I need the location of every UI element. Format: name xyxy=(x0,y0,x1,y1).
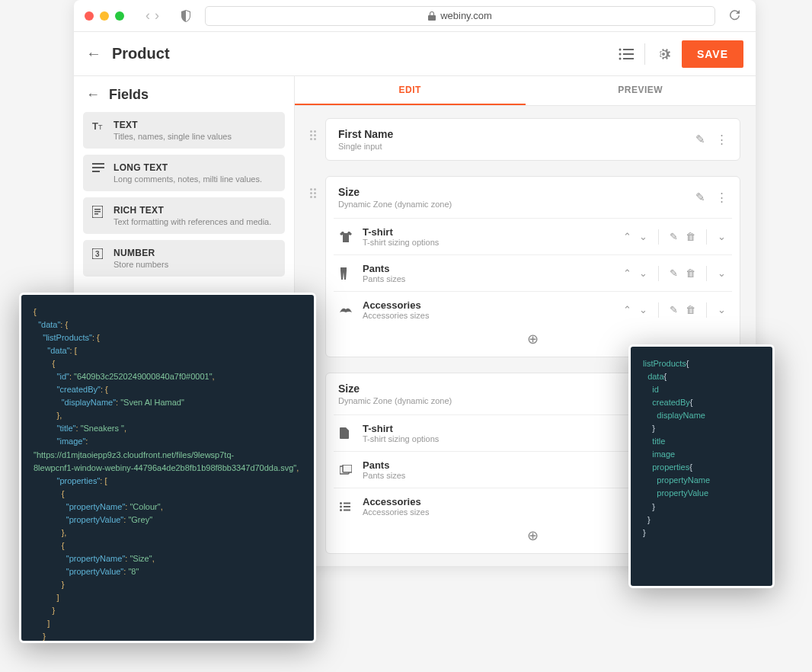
field-type-name: TEXT xyxy=(113,120,232,130)
sidebar-title: Fields xyxy=(109,87,149,103)
field-type-name: RICH TEXT xyxy=(113,205,271,216)
field-card: First Name Single input ✎ ⋮ xyxy=(325,118,740,161)
svg-point-4 xyxy=(619,57,621,59)
zone-item-pants: Pants Pants sizes ⌃ ⌄ ✎ 🗑 xyxy=(334,254,732,291)
text-type-icon: TT xyxy=(92,120,106,131)
gear-icon[interactable] xyxy=(656,46,671,62)
url-text: webiny.com xyxy=(440,10,492,21)
svg-point-21 xyxy=(340,505,342,507)
window-controls xyxy=(85,11,124,21)
more-icon[interactable]: ⋮ xyxy=(716,190,727,204)
add-item-icon[interactable]: ⊕ xyxy=(527,331,539,347)
drag-handle-icon[interactable] xyxy=(310,188,316,198)
header-actions: SAVE xyxy=(619,40,743,68)
long-text-icon xyxy=(92,163,106,172)
tab-edit[interactable]: EDIT xyxy=(295,76,526,105)
field-title: Size xyxy=(338,382,452,395)
reload-icon[interactable] xyxy=(729,10,740,21)
edit-icon[interactable]: ✎ xyxy=(670,231,678,242)
zone-item-sub: Accessories sizes xyxy=(363,311,623,320)
back-button[interactable]: ← xyxy=(86,45,101,62)
tab-preview[interactable]: PREVIEW xyxy=(526,76,756,105)
field-type-text[interactable]: TT TEXT Titles, names, single line value… xyxy=(83,112,285,149)
tshirt-icon xyxy=(340,232,358,242)
url-bar[interactable]: webiny.com xyxy=(205,6,715,26)
svg-rect-18 xyxy=(343,465,352,472)
zone-item-title: T-shirt xyxy=(363,226,623,238)
delete-icon[interactable]: 🗑 xyxy=(686,267,695,279)
divider xyxy=(644,43,645,65)
field-type-name: LONG TEXT xyxy=(113,162,262,173)
nav-back-icon[interactable]: ‹ xyxy=(145,8,150,24)
field-title: Size xyxy=(338,186,452,198)
drag-handle-icon[interactable] xyxy=(310,130,316,140)
expand-icon[interactable]: ⌄ xyxy=(718,304,726,315)
nav-forward-icon[interactable]: › xyxy=(155,8,159,24)
svg-point-2 xyxy=(619,53,621,55)
number-icon: 3 xyxy=(92,248,106,259)
field-type-desc: Titles, names, single line values xyxy=(113,132,232,141)
svg-rect-22 xyxy=(344,506,350,507)
zone-item-sub: Pants sizes xyxy=(363,471,654,480)
svg-rect-8 xyxy=(92,163,104,165)
field-type-number[interactable]: 3 NUMBER Store numbers xyxy=(83,240,285,277)
field-type-rich-text[interactable]: RICH TEXT Text formatting with reference… xyxy=(83,197,285,234)
zone-item-sub: Pants sizes xyxy=(363,274,623,283)
list-icon[interactable] xyxy=(619,48,634,60)
move-up-icon[interactable]: ⌃ xyxy=(623,267,631,279)
maximize-window-icon[interactable] xyxy=(115,11,124,21)
pants-icon xyxy=(340,267,358,280)
svg-rect-13 xyxy=(94,211,101,213)
browser-chrome: ‹ › webiny.com xyxy=(74,0,756,32)
edit-icon[interactable]: ✎ xyxy=(670,267,678,279)
svg-text:T: T xyxy=(92,120,98,131)
save-button[interactable]: SAVE xyxy=(682,40,743,68)
svg-rect-1 xyxy=(623,49,634,50)
svg-point-0 xyxy=(619,48,621,50)
move-up-icon[interactable]: ⌃ xyxy=(623,231,631,242)
svg-point-23 xyxy=(340,509,342,511)
edit-icon[interactable]: ✎ xyxy=(670,304,678,315)
field-type-long-text[interactable]: LONG TEXT Long comments, notes, milti li… xyxy=(83,155,285,191)
zone-item-sub: Accessories sizes xyxy=(363,507,654,517)
edit-icon[interactable]: ✎ xyxy=(695,133,705,146)
svg-rect-5 xyxy=(623,58,634,59)
sidebar-back-icon[interactable]: ← xyxy=(86,87,100,103)
svg-rect-3 xyxy=(623,53,634,55)
editor-tabs: EDIT PREVIEW xyxy=(295,76,756,106)
svg-rect-20 xyxy=(344,502,350,504)
move-down-icon[interactable]: ⌄ xyxy=(639,267,647,279)
field-row-size-1: Size Dynamic Zone (dynamic zone) ✎ ⋮ xyxy=(310,176,740,357)
add-item-icon[interactable]: ⊕ xyxy=(527,527,539,544)
move-down-icon[interactable]: ⌄ xyxy=(639,231,647,242)
zone-item-title: Accessories xyxy=(363,496,654,507)
rich-text-icon xyxy=(92,206,106,218)
code-panel-json-response: { "data": { "listProducts": { "data": [ … xyxy=(19,293,316,643)
expand-icon[interactable]: ⌄ xyxy=(718,231,726,242)
svg-text:T: T xyxy=(98,123,103,131)
close-window-icon[interactable] xyxy=(85,11,94,21)
list-icon xyxy=(340,502,358,511)
zone-item-sub: T-shirt sizing options xyxy=(363,238,623,247)
move-down-icon[interactable]: ⌄ xyxy=(639,304,647,315)
field-title: First Name xyxy=(338,128,393,140)
move-up-icon[interactable]: ⌃ xyxy=(623,304,631,315)
privacy-shield-icon[interactable] xyxy=(181,10,191,22)
field-subtitle: Single input xyxy=(338,142,393,151)
svg-rect-14 xyxy=(94,213,98,215)
field-type-desc: Long comments, notes, milti line values. xyxy=(113,174,262,184)
document-icon xyxy=(340,427,358,439)
svg-rect-24 xyxy=(344,509,350,510)
delete-icon[interactable]: 🗑 xyxy=(686,231,695,242)
zone-item-accessories: Accessories Accessories sizes ⌃ ⌄ ✎ 🗑 xyxy=(334,291,732,328)
minimize-window-icon[interactable] xyxy=(100,11,109,21)
zone-item-title: T-shirt xyxy=(363,423,654,434)
delete-icon[interactable]: 🗑 xyxy=(686,304,695,315)
lock-icon xyxy=(428,11,436,21)
svg-point-19 xyxy=(340,502,342,504)
code-panel-graphql-query: listProducts{ data{ id createdBy{ displa… xyxy=(628,344,775,588)
expand-icon[interactable]: ⌄ xyxy=(718,267,726,279)
more-icon[interactable]: ⋮ xyxy=(716,133,727,146)
app-header: ← Product SAVE xyxy=(74,32,756,76)
edit-icon[interactable]: ✎ xyxy=(695,190,705,204)
